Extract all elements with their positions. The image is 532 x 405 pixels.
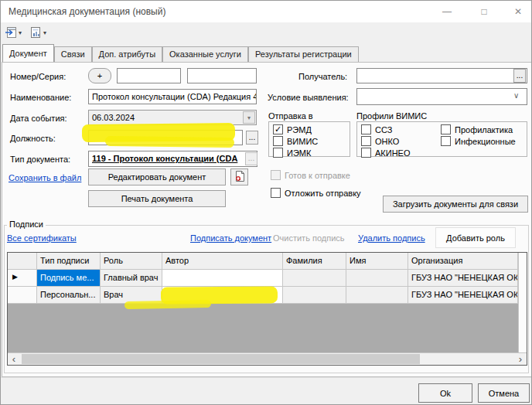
toolbar: ▾ ▾ xyxy=(1,22,532,43)
checkbox-ssz[interactable]: ССЗ xyxy=(361,124,411,135)
tab-svyazi[interactable]: Связи xyxy=(54,46,92,62)
cancel-button[interactable]: Отмена xyxy=(478,383,530,403)
doc-type-browse-button[interactable]: ... xyxy=(245,152,257,165)
send-to-groupbox: ✓ РЭМД ВИМИС ИЭМК xyxy=(268,121,350,157)
col-header-role[interactable]: Роль xyxy=(101,253,162,270)
table-row-cell-role[interactable]: Главный врач xyxy=(101,270,162,287)
checkbox-vimis[interactable]: ВИМИС xyxy=(273,135,350,147)
ready-label: Готов к отправке xyxy=(285,171,350,180)
remd-label: РЭМД xyxy=(287,125,312,134)
export-caret-icon[interactable]: ▾ xyxy=(19,29,22,36)
onko-checkbox-icon[interactable] xyxy=(361,136,371,146)
doc-type-input[interactable]: 119 - Протокол консультации (CDA xyxy=(88,151,257,167)
send-to-group-title: Отправка в xyxy=(268,111,313,121)
window-title: Медицинская документация (новый) xyxy=(9,6,165,17)
row-selector-header xyxy=(8,253,37,270)
iemk-label: ИЭМК xyxy=(287,148,311,158)
delete-signature-link[interactable]: Удалить подпись xyxy=(358,233,425,243)
event-date-dropdown-icon[interactable]: ▾ xyxy=(243,111,255,124)
scrollbar-thumb[interactable] xyxy=(22,354,420,364)
remd-checkbox-icon[interactable]: ✓ xyxy=(273,124,283,134)
checkbox-infekcionnye[interactable]: Инфекционные xyxy=(441,135,516,147)
row-selector[interactable] xyxy=(8,287,37,304)
position-browse-button[interactable]: ... xyxy=(246,131,258,145)
table-row-cell-org[interactable]: ГБУЗ НАО "НЕНЕЦКАЯ ОК... xyxy=(408,270,518,287)
col-header-firstname[interactable]: Имя xyxy=(346,253,408,270)
add-number-button[interactable]: + xyxy=(88,68,111,83)
report-tool-button[interactable]: ▾ xyxy=(27,25,49,42)
name-input[interactable]: Протокол консультации (CDA) Редакция 4 xyxy=(88,89,257,104)
tab-dokument[interactable]: Документ xyxy=(2,44,54,62)
sign-document-link[interactable]: Подписать документ xyxy=(190,233,271,243)
condition-select[interactable] xyxy=(356,88,527,105)
report-caret-icon[interactable]: ▾ xyxy=(43,29,46,36)
infekcionnye-checkbox-icon[interactable] xyxy=(441,136,451,146)
horizontal-scrollbar[interactable]: ‹ › xyxy=(8,352,527,365)
export-tool-button[interactable]: ▾ xyxy=(2,25,24,42)
print-document-button[interactable]: Печать документа xyxy=(88,190,226,207)
table-row-cell-type[interactable]: Персональн... xyxy=(37,287,101,304)
minimize-icon[interactable]: — xyxy=(434,1,460,22)
recipient-browse-button[interactable]: ... xyxy=(513,69,526,83)
save-to-file-link[interactable]: Сохранить в файл xyxy=(9,173,81,182)
scroll-right-icon[interactable]: › xyxy=(514,353,527,365)
event-date-label: Дата события: xyxy=(10,114,67,123)
table-row-cell-type[interactable]: Подпись ме... xyxy=(37,270,101,287)
onko-label: ОНКО xyxy=(375,137,399,146)
iemk-checkbox-icon[interactable] xyxy=(273,148,283,158)
open-editor-button[interactable] xyxy=(230,168,248,185)
col-header-author[interactable]: Автор xyxy=(162,253,283,270)
table-row-cell-firstname[interactable] xyxy=(346,270,408,287)
edit-document-button[interactable]: Редактировать документ xyxy=(88,168,226,185)
vimis-profiles-groupbox: ССЗ ОНКО АКИНЕО Профилактика Инфекционны… xyxy=(356,121,527,157)
load-documents-button[interactable]: Загрузить документы для связи xyxy=(383,196,528,213)
table-row-cell-firstname[interactable] xyxy=(346,287,408,304)
table-row-cell-surname[interactable] xyxy=(283,270,346,287)
recipient-label: Получатель: xyxy=(298,72,347,81)
table-row-cell-surname[interactable] xyxy=(283,287,346,304)
row-marker-icon: ▶ xyxy=(8,270,37,287)
checkbox-remd[interactable]: ✓ РЭМД xyxy=(273,124,350,135)
ssz-checkbox-icon[interactable] xyxy=(361,124,371,134)
postpone-label: Отложить отправку xyxy=(285,189,361,198)
profilaktika-checkbox-icon[interactable] xyxy=(441,124,451,134)
table-row-cell-org[interactable]: ГБУЗ НАО "НЕНЕЦКАЯ ОК... xyxy=(408,287,518,304)
profilaktika-label: Профилактика xyxy=(455,125,513,134)
akineo-checkbox-icon[interactable] xyxy=(361,148,371,158)
condition-chevron-icon[interactable]: ∨ xyxy=(513,91,519,100)
ssz-label: ССЗ xyxy=(375,125,392,134)
col-header-signature-type[interactable]: Тип подписи xyxy=(37,253,101,270)
signatures-group-title: Подписи xyxy=(7,220,46,229)
checkbox-akineo[interactable]: АКИНЕО xyxy=(361,147,411,158)
checkbox-profilaktika[interactable]: Профилактика xyxy=(441,124,516,135)
checkbox-postpone-send[interactable]: Отложить отправку xyxy=(271,187,361,199)
clear-signature-link: Очистить подпись xyxy=(273,233,345,243)
tabstrip: Документ Связи Доп. атрибуты Оказанные у… xyxy=(2,45,359,62)
scroll-left-icon[interactable]: ‹ xyxy=(8,353,20,365)
tab-rezultaty-registracii[interactable]: Результаты регистрации xyxy=(248,46,359,62)
recipient-input[interactable] xyxy=(356,68,527,83)
col-header-organization[interactable]: Организация xyxy=(408,253,518,270)
number-series-label: Номер/Серия: xyxy=(10,72,66,81)
ok-button[interactable]: Ok xyxy=(418,383,472,403)
add-role-button[interactable]: Добавить роль xyxy=(435,227,516,248)
table-row-cell-author[interactable] xyxy=(162,270,283,287)
maximize-icon[interactable]: □ xyxy=(471,1,497,22)
footer: Ok Отмена xyxy=(1,377,532,405)
checkbox-onko[interactable]: ОНКО xyxy=(361,135,411,147)
tab-dop-atributy[interactable]: Доп. атрибуты xyxy=(92,46,162,62)
postpone-checkbox-icon[interactable] xyxy=(271,188,281,198)
checkbox-iemk[interactable]: ИЭМК xyxy=(273,147,350,158)
doc-type-label: Тип документа: xyxy=(10,155,70,164)
series-input[interactable] xyxy=(187,68,257,83)
vertical-scrollbar[interactable] xyxy=(518,253,527,353)
number-input[interactable] xyxy=(117,68,181,83)
titlebar: Медицинская документация (новый) — □ ✕ xyxy=(1,1,532,22)
report-icon xyxy=(29,26,42,40)
col-header-surname[interactable]: Фамилия xyxy=(283,253,346,270)
signatures-table: Тип подписи Роль Автор Фамилия Имя Орган… xyxy=(7,252,527,366)
tab-okazannye-uslugi[interactable]: Оказанные услуги xyxy=(162,46,248,62)
all-certificates-link[interactable]: Все сертификаты xyxy=(7,233,77,243)
vimis-checkbox-icon[interactable] xyxy=(273,136,283,146)
close-icon[interactable]: ✕ xyxy=(505,1,531,22)
